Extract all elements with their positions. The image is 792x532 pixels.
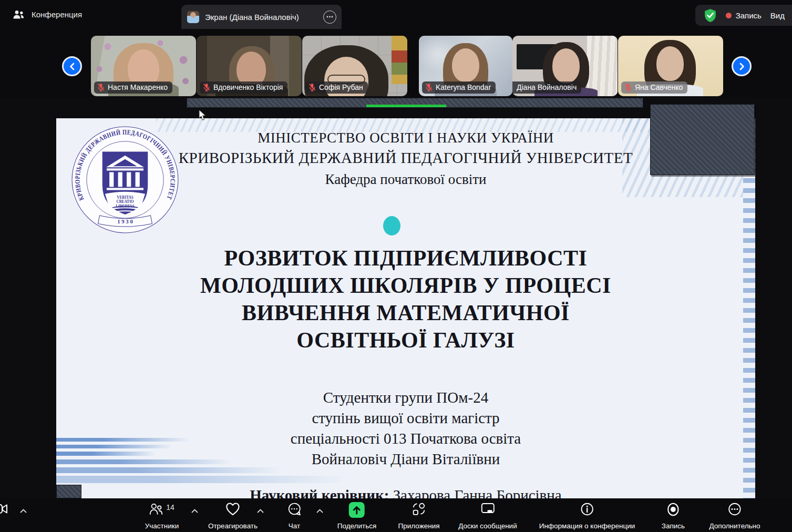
tab-shared-screen-label: Экран (Діана Войналовіч) <box>205 13 299 22</box>
presentation-slide: КРИВОРІЗЬКИЙ ДЕРЖАВНИЙ ПЕДАГОГІЧНИЙ УНІВ… <box>56 118 755 498</box>
meeting-window: Конференция Экран (Діана Войналовіч) Зап… <box>0 0 792 532</box>
video-camera-icon <box>0 502 8 516</box>
tab-options-ellipsis-icon[interactable] <box>323 11 336 24</box>
logo-motto-2: CREATIO <box>116 200 133 204</box>
slide-title: РОЗВИТОК ПІДПРИЄМЛИВОСТІ МОЛОДШИХ ШКОЛЯР… <box>56 244 755 354</box>
mic-muted-icon <box>308 83 316 91</box>
tab-conference[interactable]: Конференция <box>13 0 82 29</box>
participant-name-tag: Kateryna Bondar <box>422 81 496 94</box>
chat-options-chevron-icon[interactable] <box>316 509 323 513</box>
participant-name-tag: Вдовиченко Вікторія <box>200 81 287 94</box>
toolbar-record-button[interactable]: Запись <box>662 502 685 530</box>
logo-year: 1 9 3 0 <box>117 218 133 224</box>
recording-indicator[interactable]: Запись <box>726 11 762 20</box>
tab-shared-screen[interactable]: Экран (Діана Войналовіч) <box>181 5 342 29</box>
logo-motto-1: VERITAS <box>117 196 133 200</box>
security-shield-icon[interactable] <box>704 8 717 23</box>
shared-screen-area: КРИВОРІЗЬКИЙ ДЕРЖАВНИЙ ПЕДАГОГІЧНИЙ УНІВ… <box>0 97 792 498</box>
apps-icon <box>412 502 426 516</box>
participant-name-tag: Настя Макаренко <box>94 81 172 94</box>
mic-muted-icon <box>97 83 105 91</box>
filmstrip-prev-button[interactable] <box>62 56 82 76</box>
top-bar: Конференция Экран (Діана Войналовіч) Зап… <box>0 0 792 29</box>
teal-dot-decoration <box>383 216 400 236</box>
participant-name-tag: Яна Савченко <box>621 81 687 94</box>
participants-options-chevron-icon[interactable] <box>191 509 198 513</box>
redacted-small-box <box>56 485 81 498</box>
toolbar-whiteboards-button[interactable]: Доски сообщений <box>458 502 517 530</box>
presenter-avatar <box>187 11 199 23</box>
react-options-chevron-icon[interactable] <box>257 509 264 513</box>
participants-icon <box>149 502 163 516</box>
top-right-controls: Запись Вид <box>695 5 792 26</box>
logo-motto-3: LIBERTAS <box>116 204 135 209</box>
participant-tile[interactable]: Kateryna Bondar <box>419 36 512 96</box>
whiteboard-icon <box>480 502 495 515</box>
filmstrip-next-button[interactable] <box>732 56 752 76</box>
mic-muted-icon <box>425 83 433 91</box>
participant-name-tag: Софія Рубан <box>305 81 368 94</box>
record-dot-icon <box>726 13 732 18</box>
redacted-box <box>650 104 755 175</box>
participants-count-badge: 14 <box>166 503 174 511</box>
participant-tile[interactable]: Яна Савченко <box>618 36 723 96</box>
tab-conference-label: Конференция <box>32 10 82 19</box>
green-progress-bar <box>366 105 446 107</box>
participant-tile[interactable]: Настя Макаренко <box>91 36 196 96</box>
toolbar-participants-button[interactable]: 14 Участники <box>145 502 179 530</box>
mic-muted-icon <box>624 83 632 91</box>
video-options-chevron-icon[interactable] <box>20 509 27 513</box>
participant-tile[interactable]: Вдовиченко Вікторія <box>197 36 302 96</box>
more-ellipsis-icon <box>727 502 742 516</box>
share-screen-icon <box>349 502 365 518</box>
heart-icon <box>225 502 240 516</box>
toolbar-react-button[interactable]: Отреагировать <box>208 502 258 530</box>
people-icon <box>13 9 25 20</box>
toolbar-meeting-info-button[interactable]: Информация о конференции <box>539 502 635 530</box>
mouse-cursor <box>199 110 207 123</box>
chat-icon <box>287 502 302 516</box>
view-menu[interactable]: Вид <box>770 11 785 20</box>
info-icon <box>580 502 594 516</box>
video-thumbnails: Настя Макаренко Вдовиченко Вікторія <box>91 36 723 96</box>
meeting-toolbar: ео 14 Участники <box>0 498 792 532</box>
participant-name-tag: Діана Войналовіч <box>512 81 581 94</box>
toolbar-video-button[interactable]: ео <box>0 502 8 530</box>
supervisor-line: Науковий керівник: Захарова Ганна Борисі… <box>56 487 755 498</box>
record-icon <box>666 502 680 517</box>
toolbar-share-button[interactable]: Поделиться <box>337 502 377 530</box>
toolbar-apps-button[interactable]: Приложения <box>398 502 440 530</box>
student-info: Студентки групи ПОм-24 ступінь вищої осв… <box>56 387 755 469</box>
mic-muted-icon <box>203 83 210 91</box>
participant-tile-presenter[interactable]: Діана Войналовіч <box>512 36 618 96</box>
participant-tile[interactable]: Софія Рубан <box>302 36 407 96</box>
recording-label: Запись <box>736 11 762 20</box>
toolbar-chat-button[interactable]: Чат <box>287 502 302 530</box>
participants-filmstrip: Настя Макаренко Вдовиченко Вікторія <box>0 29 792 97</box>
toolbar-more-button[interactable]: Дополнительно <box>709 502 760 530</box>
